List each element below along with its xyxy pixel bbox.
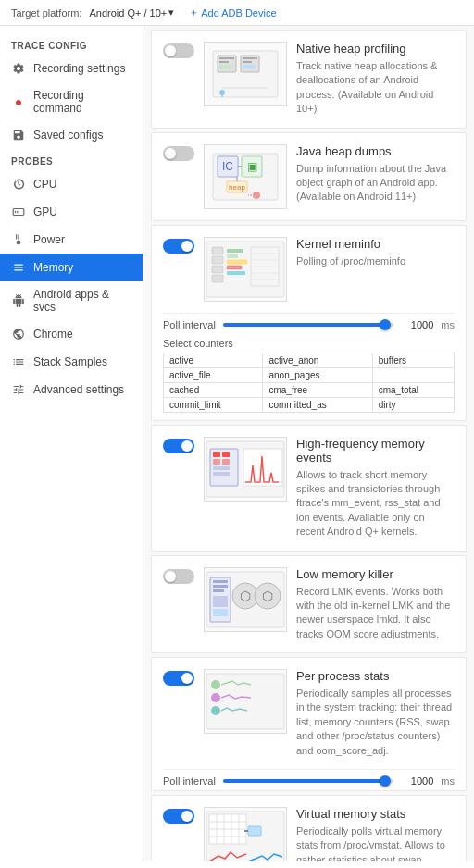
svg-point-25 — [253, 192, 260, 199]
per-process-info: Per process stats Periodically samples a… — [296, 669, 455, 758]
kernel-meminfo-slider[interactable] — [223, 323, 393, 327]
sidebar-item-advanced-settings[interactable]: Advanced settings — [0, 376, 143, 403]
kernel-meminfo-title: Kernel meminfo — [296, 237, 455, 251]
sidebar-item-label: Chrome — [33, 328, 73, 341]
native-heap-title: Native heap profiling — [296, 42, 455, 56]
sidebar-item-power[interactable]: Power — [0, 226, 143, 254]
svg-rect-58 — [213, 596, 228, 607]
native-heap-info: Native heap profiling Track native heap … — [296, 42, 455, 117]
svg-rect-7 — [219, 61, 229, 63]
java-heap-title: Java heap dumps — [296, 144, 455, 158]
sidebar-item-label: Memory — [33, 261, 73, 274]
sidebar-item-chrome[interactable]: Chrome — [0, 320, 143, 348]
sidebar-item-label: Saved configs — [33, 129, 103, 142]
svg-rect-55 — [213, 580, 228, 583]
sidebar-item-label: CPU — [33, 178, 56, 191]
sidebar-item-stack-samples[interactable]: Stack Samples — [0, 348, 143, 376]
sidebar-item-recording-settings[interactable]: Recording settings — [0, 55, 143, 82]
probe-java-heap: IC ▣ heap Java heap dumps Dump informati… — [151, 132, 467, 221]
sidebar-item-saved-configs[interactable]: Saved configs — [0, 121, 143, 149]
java-heap-toggle[interactable] — [163, 146, 194, 161]
sidebar-item-gpu[interactable]: GPU — [0, 198, 143, 226]
low-memory-desc: Record LMK events. Works both with the o… — [296, 585, 455, 642]
svg-point-66 — [211, 693, 220, 702]
android-icon — [11, 293, 26, 308]
chrome-icon — [11, 327, 26, 341]
probes-section: Probes — [0, 149, 143, 170]
sidebar: Trace config Recording settings ● Record… — [0, 26, 143, 861]
kernel-meminfo-toggle[interactable] — [163, 239, 194, 254]
per-process-desc: Periodically samples all processes in th… — [296, 687, 455, 758]
low-memory-info: Low memory killer Record LMK events. Wor… — [296, 567, 455, 642]
sidebar-item-label: GPU — [33, 205, 57, 218]
kernel-meminfo-poll-row: Poll interval 1000 ms — [152, 314, 466, 334]
java-heap-image: IC ▣ heap — [204, 144, 287, 209]
virtual-memory-toggle[interactable] — [163, 809, 194, 824]
svg-rect-12 — [243, 65, 256, 68]
platform-select[interactable]: Android Q+ / 10+ ▾ — [89, 6, 174, 19]
low-memory-toggle[interactable] — [163, 569, 194, 584]
per-process-title: Per process stats — [296, 669, 455, 683]
gpu-icon — [11, 205, 26, 219]
svg-rect-59 — [213, 609, 228, 616]
counters-label: Select counters — [163, 338, 455, 349]
sidebar-item-memory[interactable]: Memory — [0, 254, 143, 281]
svg-rect-32 — [227, 249, 243, 253]
chevron-down-icon: ▾ — [168, 6, 174, 19]
svg-rect-57 — [213, 589, 224, 592]
platform-label: Target platform: — [11, 7, 81, 19]
virtual-memory-title: Virtual memory stats — [296, 807, 455, 821]
svg-rect-8 — [219, 65, 232, 68]
svg-rect-34 — [227, 260, 247, 264]
high-freq-image — [204, 437, 287, 502]
add-adb-button[interactable]: ＋ Add ADB Device — [189, 6, 276, 19]
sidebar-item-android-apps[interactable]: Android apps & svcs — [0, 281, 143, 320]
high-freq-title: High-frequency memory events — [296, 437, 455, 465]
kernel-meminfo-desc: Polling of /proc/meminfo — [296, 254, 455, 268]
kernel-meminfo-poll-value: 1000 — [401, 319, 433, 330]
native-heap-toggle[interactable] — [163, 43, 194, 58]
svg-rect-30 — [212, 266, 223, 273]
counters-grid[interactable]: active active_anon buffers active_file a… — [163, 353, 455, 413]
svg-rect-35 — [227, 266, 242, 269]
high-freq-info: High-frequency memory events Allows to t… — [296, 437, 455, 539]
sidebar-item-label: Android apps & svcs — [33, 288, 131, 314]
settings-icon — [11, 61, 26, 76]
content-area: Native heap profiling Track native heap … — [143, 26, 474, 861]
svg-rect-50 — [213, 472, 230, 476]
svg-text:⬡: ⬡ — [262, 589, 273, 603]
trace-config-section: Trace config — [0, 33, 143, 55]
virtual-memory-info: Virtual memory stats Periodically polls … — [296, 807, 455, 861]
svg-rect-33 — [227, 254, 238, 258]
platform-value: Android Q+ / 10+ — [89, 7, 167, 19]
kernel-meminfo-info: Kernel meminfo Polling of /proc/meminfo — [296, 237, 455, 268]
per-process-poll-row: Poll interval 1000 ms — [152, 770, 466, 790]
advanced-icon — [11, 382, 26, 397]
plus-icon: ＋ — [189, 6, 199, 19]
sidebar-item-label: Power — [33, 233, 65, 246]
probe-low-memory-killer: ⬡ ⬡ Low memory killer Record LMK events.… — [151, 555, 467, 654]
sidebar-item-label: Recording command — [33, 89, 131, 115]
kernel-meminfo-poll-unit: ms — [441, 319, 455, 330]
per-process-toggle[interactable] — [163, 671, 194, 686]
sidebar-item-label: Recording settings — [33, 62, 125, 75]
probe-kernel-meminfo: Kernel meminfo Polling of /proc/meminfo … — [151, 225, 467, 421]
high-freq-toggle[interactable] — [163, 439, 194, 453]
kernel-meminfo-image — [204, 237, 287, 302]
svg-point-67 — [211, 706, 220, 715]
svg-point-65 — [211, 680, 220, 689]
java-heap-desc: Dump information about the Java object g… — [296, 162, 455, 205]
per-process-slider[interactable] — [223, 779, 393, 783]
add-adb-label: Add ADB Device — [201, 7, 276, 19]
svg-rect-10 — [243, 57, 257, 59]
per-process-poll-label: Poll interval — [163, 775, 216, 787]
sidebar-item-recording-command[interactable]: ● Recording command — [0, 82, 143, 121]
svg-rect-46 — [222, 452, 230, 457]
kernel-meminfo-counters: Select counters active active_anon buffe… — [152, 334, 466, 420]
svg-rect-6 — [219, 57, 234, 59]
sidebar-item-cpu[interactable]: CPU — [0, 170, 143, 198]
stack-icon — [11, 354, 26, 369]
svg-rect-45 — [213, 452, 220, 457]
probe-per-process-stats: Per process stats Periodically samples a… — [151, 657, 467, 791]
svg-text:IC: IC — [222, 160, 233, 173]
